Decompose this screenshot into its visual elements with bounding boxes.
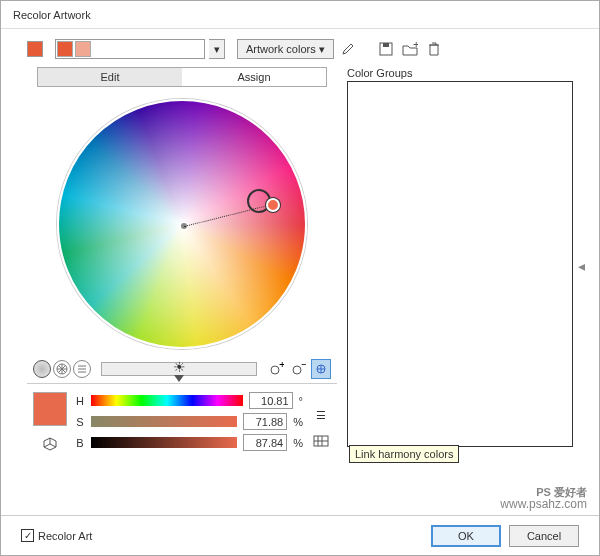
svg-rect-1 [383, 43, 389, 47]
sat-unit: % [293, 416, 303, 428]
svg-point-6 [293, 366, 301, 374]
tooltip: Link harmony colors [349, 445, 459, 463]
color-wheel-container [27, 93, 337, 355]
bri-row: B % [75, 434, 303, 451]
swatch-limit-icon[interactable] [311, 431, 331, 451]
color-groups-list[interactable]: ◂ [347, 81, 573, 447]
save-icon[interactable] [376, 39, 396, 59]
remove-color-icon[interactable]: − [289, 359, 309, 379]
edit-icon[interactable] [338, 39, 358, 59]
svg-text:+: + [413, 42, 418, 50]
svg-text:−: − [301, 362, 306, 370]
dialog-content: ▾ Artwork colors ▾ + Edit Assign [1, 29, 599, 515]
wheel-color-handle[interactable] [266, 198, 280, 212]
hsb-panel: H ° S % B [27, 383, 337, 462]
link-harmony-icon[interactable] [311, 359, 331, 379]
ok-button[interactable]: OK [431, 525, 501, 547]
sat-label: S [75, 416, 85, 428]
slider-menu-icon[interactable]: ☰ [311, 405, 331, 425]
window-title: Recolor Artwork [13, 9, 91, 21]
bri-input[interactable] [243, 434, 287, 451]
brightness-slider[interactable]: ☀ [101, 362, 257, 376]
svg-text:+: + [279, 362, 284, 370]
titlebar: Recolor Artwork [1, 1, 599, 29]
top-toolbar: ▾ Artwork colors ▾ + [27, 39, 573, 59]
colors-mode-button[interactable]: Artwork colors ▾ [237, 39, 334, 59]
sat-input[interactable] [243, 413, 287, 430]
hue-row: H ° [75, 392, 303, 409]
recolor-art-checkbox[interactable]: ✓ Recolor Art [21, 529, 92, 542]
smooth-wheel-icon[interactable] [33, 360, 51, 378]
hue-label: H [75, 395, 85, 407]
sat-slider[interactable] [91, 416, 237, 427]
recolor-dialog: Recolor Artwork ▾ Artwork colors ▾ + Edi… [0, 0, 600, 556]
preset-swatch-1 [57, 41, 73, 57]
svg-point-4 [271, 366, 279, 374]
brightness-thumb[interactable] [174, 375, 184, 382]
current-color-swatch[interactable] [33, 392, 67, 426]
tab-edit[interactable]: Edit [38, 68, 182, 86]
preset-dropdown[interactable] [55, 39, 205, 59]
color-wheel[interactable] [57, 99, 307, 349]
color-groups-label: Color Groups [347, 67, 573, 79]
cancel-button[interactable]: Cancel [509, 525, 579, 547]
checkbox-icon: ✓ [21, 529, 34, 542]
segmented-wheel-icon[interactable] [53, 360, 71, 378]
bri-slider[interactable] [91, 437, 237, 448]
color-groups-panel: Color Groups ◂ [347, 67, 573, 447]
bri-label: B [75, 437, 85, 449]
hsb-sliders: H ° S % B [75, 392, 303, 454]
preset-dropdown-arrow[interactable]: ▾ [209, 39, 225, 59]
active-color-swatch[interactable] [27, 41, 43, 57]
main-columns: Edit Assign ☀ [27, 67, 573, 447]
expand-arrow-icon[interactable]: ◂ [578, 258, 590, 270]
bars-icon[interactable] [73, 360, 91, 378]
preset-swatch-2 [75, 41, 91, 57]
hue-slider[interactable] [91, 395, 243, 406]
hsb-options: ☰ [311, 392, 331, 454]
bri-unit: % [293, 437, 303, 449]
hue-unit: ° [299, 395, 303, 407]
hue-input[interactable] [249, 392, 293, 409]
dialog-footer: ✓ Recolor Art OK Cancel [1, 515, 599, 555]
tab-assign[interactable]: Assign [182, 68, 326, 86]
wheel-tools: ☀ + − [27, 355, 337, 383]
add-color-icon[interactable]: + [267, 359, 287, 379]
sun-icon: ☀ [173, 359, 186, 375]
recolor-art-label: Recolor Art [38, 530, 92, 542]
color-model-icon[interactable] [40, 434, 60, 454]
new-group-icon[interactable]: + [400, 39, 420, 59]
delete-icon[interactable] [424, 39, 444, 59]
tab-bar: Edit Assign [37, 67, 327, 87]
footer-buttons: OK Cancel [431, 525, 579, 547]
sat-row: S % [75, 413, 303, 430]
edit-panel: Edit Assign ☀ [27, 67, 337, 447]
